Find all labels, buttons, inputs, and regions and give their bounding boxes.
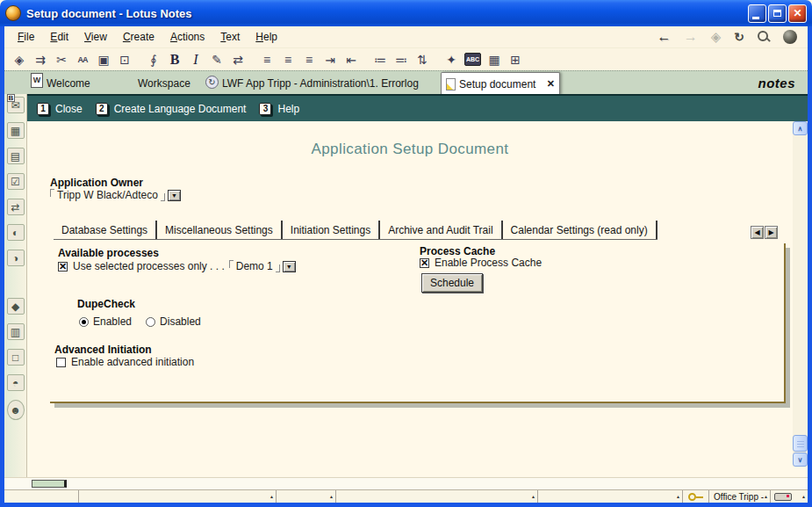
numbered-list-icon[interactable]: ≕: [391, 50, 412, 69]
disabled-radio[interactable]: [146, 317, 155, 327]
close-button[interactable]: ✕: [788, 4, 807, 23]
use-selected-processes-checkbox[interactable]: [58, 262, 68, 272]
forward-icon[interactable]: →: [684, 29, 698, 45]
italic-icon[interactable]: I: [185, 50, 206, 69]
status-cell-security[interactable]: [683, 490, 709, 503]
stop-icon[interactable]: ◈: [711, 29, 722, 45]
enabled-radio[interactable]: [79, 317, 89, 327]
contacts-icon[interactable]: ▤: [7, 148, 25, 164]
open-url-globe-icon[interactable]: [783, 30, 797, 44]
outdent-icon[interactable]: ⇤: [341, 50, 362, 69]
indent-icon[interactable]: ⇥: [320, 50, 341, 69]
attach-paperclip-icon[interactable]: ∮: [143, 50, 164, 69]
document-area: Application Setup Document Application O…: [27, 121, 793, 477]
process-dropdown-icon[interactable]: [283, 261, 296, 272]
status-cell-font[interactable]: [277, 490, 336, 503]
spell-check-icon[interactable]: ABC: [464, 53, 481, 66]
internet-folder-icon[interactable]: ◓: [7, 374, 25, 391]
menu-text[interactable]: Text: [212, 28, 248, 46]
people-group-icon[interactable]: ☻: [7, 400, 25, 420]
dupecheck-disabled-option[interactable]: Disabled: [146, 315, 201, 328]
scroll-up-icon[interactable]: ∧: [793, 121, 808, 135]
tab-scroll-buttons: ◀ ▶: [751, 226, 778, 239]
menu-actions[interactable]: Actions: [162, 28, 212, 46]
copy-icon[interactable]: AA: [72, 50, 93, 69]
status-cell-location[interactable]: Office Tripp -: [709, 490, 771, 503]
owner-dropdown-icon[interactable]: [168, 190, 181, 201]
dupecheck-enabled-option[interactable]: Enabled: [79, 315, 132, 328]
bold-icon[interactable]: B: [164, 50, 185, 69]
horizontal-scrollbar-thumb[interactable]: [32, 480, 67, 488]
enabled-radio-label: Enabled: [93, 315, 132, 328]
status-cell-network[interactable]: [771, 490, 808, 503]
tab-errorlog[interactable]: LWF App Tripp - Administration\1. Errorl…: [222, 77, 419, 90]
tab-scroll-right-icon[interactable]: ▶: [765, 226, 778, 239]
tab-setup-document[interactable]: Setup document ✕: [441, 72, 560, 95]
forward-stack-icon[interactable]: ⇉: [30, 50, 51, 69]
screen-capture-icon[interactable]: ▦: [484, 50, 505, 69]
flashlight-icon[interactable]: ✦: [441, 50, 462, 69]
vertical-scrollbar[interactable]: ∧ ∨: [793, 121, 808, 467]
back-icon[interactable]: →: [657, 29, 671, 45]
sort-icon[interactable]: ⇅: [412, 50, 433, 69]
paste-special-icon[interactable]: ⊡: [114, 50, 135, 69]
process-field-value[interactable]: Demo 1: [236, 260, 273, 272]
scrollbar-thumb[interactable]: [793, 435, 808, 452]
refresh-icon[interactable]: ↻: [734, 30, 744, 44]
menu-actions-accel: A: [170, 31, 177, 43]
tab-calendar-settings[interactable]: Calendar Settings (read only): [503, 221, 658, 239]
mail-icon[interactable]: ✉B: [7, 97, 25, 113]
folder-icon[interactable]: □: [7, 349, 25, 366]
tab-miscellaneous-settings[interactable]: Miscellaneous Settings: [157, 221, 283, 239]
favorites-folder-icon[interactable]: ◆: [7, 298, 25, 315]
paste-icon[interactable]: ▣: [93, 50, 114, 69]
tab-welcome[interactable]: Welcome: [47, 77, 90, 90]
field-close-bracket: [276, 264, 280, 272]
enable-process-cache-checkbox[interactable]: [420, 258, 429, 268]
menu-view[interactable]: View: [76, 28, 115, 46]
hotkey-2-icon: 2: [96, 103, 108, 115]
text-cycle-icon[interactable]: ⇄: [227, 50, 248, 69]
tab-close-icon[interactable]: ✕: [547, 78, 555, 90]
align-right-icon[interactable]: ≡: [298, 50, 320, 69]
application-owner-field[interactable]: Tripp W Black/Adteco: [50, 189, 181, 201]
browser-alt-icon[interactable]: ◑: [7, 250, 25, 266]
menu-file[interactable]: File: [10, 28, 42, 46]
process-cache-row: Enable Process Cache: [420, 257, 542, 269]
bullet-list-icon[interactable]: ≔: [370, 50, 391, 69]
replicator-icon[interactable]: ⇄: [7, 199, 25, 215]
tab-archive-audit-trail[interactable]: Archive and Audit Trail: [380, 221, 502, 239]
status-cell-style[interactable]: [336, 490, 538, 503]
align-left-icon[interactable]: ≡: [256, 50, 277, 69]
scroll-down-icon[interactable]: ∨: [793, 453, 808, 467]
browser-icon[interactable]: ◐: [7, 224, 25, 241]
databases-folder-icon[interactable]: ▥: [7, 323, 25, 340]
cut-icon[interactable]: ✂: [51, 50, 72, 69]
status-cell-messages[interactable]: [79, 490, 277, 503]
settings-tab-strip: Database Settings Miscellaneous Settings…: [54, 221, 658, 240]
menu-edit[interactable]: Edit: [42, 28, 76, 46]
create-language-document-button[interactable]: 2 Create Language Document: [96, 103, 247, 115]
tab-scroll-left-icon[interactable]: ◀: [751, 226, 764, 239]
highlighter-icon[interactable]: ✎: [206, 50, 227, 69]
schedule-button[interactable]: Schedule: [421, 273, 483, 293]
field-open-bracket: [229, 260, 234, 268]
open-diamond-icon[interactable]: ◈: [9, 50, 30, 69]
enable-advanced-initiation-checkbox[interactable]: [56, 358, 66, 367]
application-owner-value[interactable]: Tripp W Black/Adteco: [57, 189, 158, 201]
close-action-button[interactable]: 1 Close: [37, 103, 83, 115]
menu-help[interactable]: Help: [248, 28, 285, 46]
tab-database-settings[interactable]: Database Settings: [54, 221, 157, 239]
tab-workspace[interactable]: Workspace: [138, 77, 190, 90]
insert-table-icon[interactable]: ⊞: [505, 50, 526, 69]
calendar-icon[interactable]: ▦: [7, 122, 25, 139]
help-action-button[interactable]: 3 Help: [259, 103, 299, 115]
menu-create[interactable]: Create: [115, 28, 162, 46]
horizontal-scroll-strip[interactable]: [4, 477, 808, 489]
minimize-button[interactable]: [748, 4, 766, 23]
maximize-button[interactable]: [768, 4, 787, 23]
tab-initiation-settings[interactable]: Initiation Settings: [283, 221, 380, 239]
search-icon[interactable]: [758, 31, 770, 43]
todo-icon[interactable]: ☑: [7, 173, 25, 190]
align-center-icon[interactable]: ≡: [277, 50, 298, 69]
